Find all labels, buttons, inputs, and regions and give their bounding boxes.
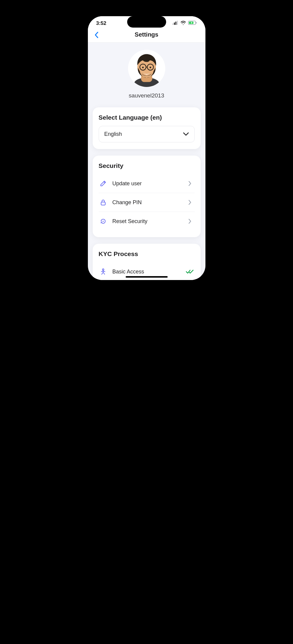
language-selected: English xyxy=(104,131,122,137)
security-card: Security Update user xyxy=(93,156,201,237)
row-label: Change PIN xyxy=(112,199,180,206)
svg-point-18 xyxy=(102,269,104,270)
lock-icon xyxy=(99,198,107,206)
back-button[interactable] xyxy=(92,30,101,39)
battery-charging-icon xyxy=(188,20,197,26)
security-title: Security xyxy=(99,162,195,169)
svg-rect-5 xyxy=(196,22,197,24)
row-label: Basic Access xyxy=(112,269,180,275)
row-label: Reset Security xyxy=(112,218,180,225)
kyc-title: KYC Process xyxy=(99,250,195,258)
dynamic-island xyxy=(127,16,166,28)
svg-rect-16 xyxy=(101,202,105,205)
reset-icon xyxy=(99,217,107,225)
screen: 3:52 xyxy=(88,16,205,280)
nav-bar: Settings xyxy=(88,28,205,43)
pencil-icon xyxy=(99,180,107,187)
avatar-image xyxy=(128,50,165,87)
svg-point-14 xyxy=(142,67,144,68)
security-update-user[interactable]: Update user xyxy=(99,174,195,193)
language-card: Select Language (en) English xyxy=(93,107,201,149)
username: sauvenel2013 xyxy=(93,92,201,99)
chevron-right-icon xyxy=(186,180,194,187)
chevron-right-icon xyxy=(186,199,194,206)
svg-rect-0 xyxy=(172,23,173,25)
svg-rect-1 xyxy=(174,22,175,25)
status-icons xyxy=(172,20,197,26)
status-time: 3:52 xyxy=(96,20,106,26)
kyc-card: KYC Process Basic Access xyxy=(93,244,201,280)
chevron-down-icon xyxy=(183,131,189,137)
phone-frame: 3:52 xyxy=(84,12,210,284)
svg-rect-3 xyxy=(177,21,178,25)
content: sauvenel2013 Select Language (en) Englis… xyxy=(88,43,205,280)
home-indicator[interactable] xyxy=(126,276,168,278)
wifi-icon xyxy=(181,20,186,26)
cellular-icon xyxy=(172,20,178,26)
language-title: Select Language (en) xyxy=(99,114,195,121)
security-change-pin[interactable]: Change PIN xyxy=(99,193,195,212)
svg-point-17 xyxy=(103,221,104,222)
security-reset[interactable]: Reset Security xyxy=(99,212,195,231)
language-select[interactable]: English xyxy=(99,126,195,142)
svg-point-15 xyxy=(149,67,151,68)
row-label: Update user xyxy=(112,180,180,187)
page-title: Settings xyxy=(91,31,202,38)
svg-rect-2 xyxy=(175,22,176,25)
person-icon xyxy=(99,268,107,276)
profile-section: sauvenel2013 xyxy=(93,43,201,107)
chevron-right-icon xyxy=(186,218,194,225)
double-check-icon xyxy=(186,268,194,275)
chevron-left-icon xyxy=(94,31,99,38)
avatar[interactable] xyxy=(128,50,165,87)
